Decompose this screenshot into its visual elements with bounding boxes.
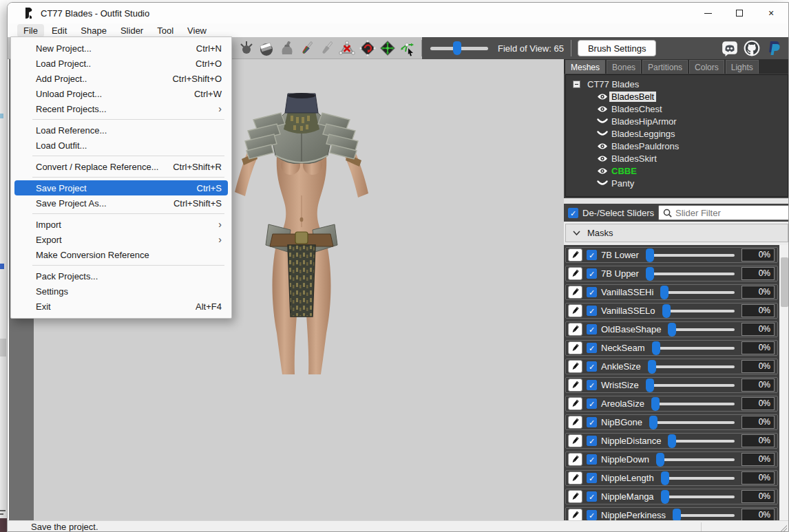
panel-tab[interactable]: Bones — [607, 60, 641, 74]
slider-track[interactable] — [646, 384, 735, 387]
delete-vertex-tool-icon[interactable] — [339, 39, 355, 57]
slider-track[interactable] — [660, 291, 735, 294]
collapse-icon[interactable] — [573, 81, 580, 88]
paint-brush-icon[interactable] — [299, 39, 315, 57]
menu-item[interactable]: Add Project.. Ctrl+Shift+O › — [14, 71, 228, 86]
slider-thumb[interactable] — [652, 341, 660, 355]
slider-checkbox[interactable] — [587, 491, 597, 502]
panel-splitter[interactable] — [564, 198, 789, 204]
slider-checkbox[interactable] — [587, 454, 597, 465]
slider-checkbox[interactable] — [587, 398, 597, 409]
slider-thumb[interactable] — [651, 397, 660, 411]
rotate-tool-icon[interactable] — [359, 39, 375, 57]
slider-checkbox[interactable] — [587, 306, 597, 316]
menu-item[interactable]: Make Conversion Reference › — [14, 247, 228, 262]
brush-settings-button[interactable]: Brush Settings — [578, 40, 657, 56]
slider-thumb[interactable] — [668, 323, 676, 337]
mesh-tree-item[interactable]: Panty — [570, 177, 788, 189]
title-bar[interactable]: CT77 Blades - Outfit Studio × — [8, 3, 788, 23]
edit-slider-button[interactable] — [568, 360, 582, 373]
mesh-tree-item[interactable]: BladesHipArmor — [570, 115, 788, 127]
minimize-button[interactable] — [692, 3, 724, 23]
slider-track[interactable] — [648, 365, 735, 368]
mask-brush-icon[interactable] — [278, 39, 295, 57]
slider-checkbox[interactable] — [587, 417, 597, 427]
edit-slider-button[interactable] — [568, 304, 582, 317]
slider-thumb[interactable] — [646, 248, 654, 262]
slider-track[interactable] — [649, 421, 735, 424]
maximize-button[interactable] — [724, 3, 755, 23]
eraser-brush-icon[interactable] — [258, 39, 275, 57]
eye-visible-icon[interactable] — [596, 93, 608, 100]
smooth-brush-icon[interactable] — [319, 39, 335, 57]
slider-track[interactable] — [662, 310, 735, 312]
slider-track[interactable] — [656, 458, 735, 461]
masks-section-header[interactable]: Masks — [565, 224, 788, 242]
mesh-tree-item[interactable]: BladesLeggings — [570, 127, 788, 140]
slider-thumb[interactable] — [646, 267, 654, 281]
mesh-tree-item[interactable]: BladesPauldrons — [570, 140, 788, 152]
menubar-item[interactable]: Slider — [114, 24, 149, 37]
menu-item[interactable]: Unload Project... Ctrl+W › — [14, 86, 228, 101]
mesh-tree-item[interactable]: BladesSkirt — [570, 152, 788, 164]
menu-item[interactable]: Pack Projects... › — [14, 268, 228, 284]
eye-visible-icon[interactable] — [596, 167, 608, 175]
deselect-sliders-checkbox[interactable] — [568, 208, 578, 218]
edit-slider-button[interactable] — [568, 323, 582, 336]
panel-tab[interactable]: Meshes — [565, 60, 605, 74]
menu-item[interactable]: Save Project Ctrl+S › — [14, 180, 228, 195]
edit-slider-button[interactable] — [568, 434, 582, 447]
slider-checkbox[interactable] — [587, 473, 597, 483]
menu-item[interactable]: Save Project As... Ctrl+Shift+S › — [14, 195, 228, 211]
menu-item[interactable]: Exit Alt+F4 › — [14, 299, 228, 314]
slider-thumb[interactable] — [660, 286, 669, 299]
edit-slider-button[interactable] — [568, 379, 582, 392]
edit-slider-button[interactable] — [568, 286, 582, 299]
menubar-item[interactable]: File — [17, 24, 44, 37]
slider-checkbox[interactable] — [587, 343, 597, 353]
slider-thumb[interactable] — [661, 490, 669, 504]
eye-hidden-icon[interactable] — [596, 180, 608, 187]
slider-track[interactable] — [668, 440, 735, 443]
mesh-tree-item[interactable]: CBBE — [570, 164, 788, 177]
mesh-tree-item[interactable]: BladesBelt — [570, 90, 788, 103]
eye-visible-icon[interactable] — [596, 155, 608, 162]
edit-slider-button[interactable] — [568, 453, 582, 466]
eye-visible-icon[interactable] — [596, 105, 608, 113]
menu-item[interactable]: Import › — [14, 217, 228, 232]
slider-track[interactable] — [673, 514, 735, 517]
menubar-item[interactable]: Shape — [74, 24, 113, 37]
paypal-icon[interactable] — [764, 39, 783, 58]
slider-checkbox[interactable] — [587, 324, 597, 334]
menu-item[interactable]: Export › — [14, 232, 228, 247]
scrollbar-thumb[interactable] — [781, 257, 788, 307]
inflate-brush-icon[interactable] — [238, 39, 255, 57]
slider-checkbox[interactable] — [587, 510, 597, 520]
edit-slider-button[interactable] — [568, 267, 582, 280]
slider-track[interactable] — [661, 496, 735, 498]
slider-filter-input[interactable] — [675, 208, 789, 218]
field-of-view-slider[interactable] — [430, 47, 488, 50]
discord-icon[interactable] — [720, 39, 739, 58]
slider-track[interactable] — [661, 477, 735, 480]
mesh-tree-item[interactable]: BladesChest — [570, 103, 788, 115]
slider-track[interactable] — [651, 403, 735, 405]
slider-filter-box[interactable]: × — [658, 205, 789, 220]
edit-slider-button[interactable] — [568, 471, 582, 485]
slider-thumb[interactable] — [668, 434, 676, 448]
slider-thumb[interactable] — [656, 453, 664, 467]
edit-slider-button[interactable] — [568, 416, 582, 429]
menubar-item[interactable]: Tool — [151, 24, 180, 37]
move-tool-icon[interactable] — [379, 39, 396, 57]
slider-track[interactable] — [646, 273, 735, 275]
eye-visible-icon[interactable] — [596, 142, 608, 150]
menu-item[interactable]: Recent Projects... › — [14, 101, 228, 116]
slider-checkbox[interactable] — [587, 380, 597, 390]
menu-item[interactable]: New Project... Ctrl+N › — [14, 41, 228, 56]
slider-checkbox[interactable] — [587, 287, 597, 297]
slider-checkbox[interactable] — [587, 436, 597, 446]
edit-slider-button[interactable] — [568, 341, 582, 354]
github-icon[interactable] — [742, 39, 761, 58]
slider-track[interactable] — [646, 254, 735, 257]
slider-thumb[interactable] — [661, 471, 669, 485]
